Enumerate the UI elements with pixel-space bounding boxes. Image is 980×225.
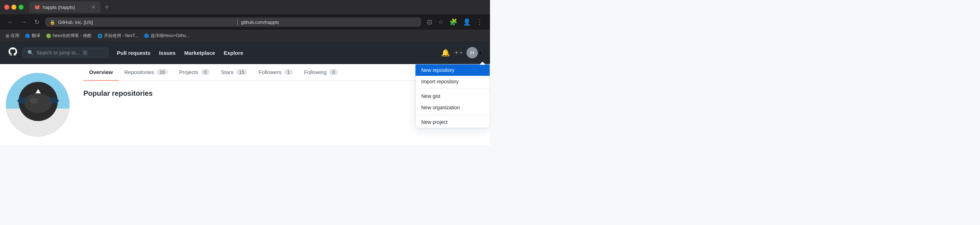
- tab-following-label: Following: [304, 69, 326, 75]
- tab-overview-label: Overview: [89, 69, 113, 75]
- bookmark-hexo-blog[interactable]: 🟢 hexo你的博客 - 推酷: [46, 33, 92, 39]
- search-bar[interactable]: 🔍 Search or jump to... /: [23, 48, 108, 58]
- tab-projects-label: Projects: [179, 69, 199, 75]
- next-start-icon: 🌐: [97, 33, 103, 38]
- bookmark-hexo-github-label: 超详细Hexo+Githu...: [151, 33, 190, 39]
- forward-button[interactable]: →: [19, 17, 29, 27]
- plus-icon: +: [454, 49, 459, 57]
- tab-stars-label: Stars: [221, 69, 234, 75]
- bookmark-translate[interactable]: 🔵 翻译: [25, 33, 40, 39]
- tab-close-icon[interactable]: ✕: [91, 4, 95, 10]
- tab-followers[interactable]: Followers 1: [253, 64, 298, 81]
- repositories-count: 16: [157, 69, 167, 75]
- nav-pull-requests[interactable]: Pull requests: [117, 50, 150, 56]
- tab-stars[interactable]: Stars 15: [215, 64, 253, 81]
- main-nav: Pull requests Issues Marketplace Explore: [117, 50, 243, 56]
- bookmark-icon[interactable]: ☆: [436, 17, 445, 27]
- tab-bar: 🐙 happts (happts) ✕ +: [29, 2, 486, 13]
- tab-projects[interactable]: Projects 0: [173, 64, 215, 81]
- window-controls: [4, 5, 24, 10]
- profile-avatar: [6, 73, 70, 137]
- address-input-container[interactable]: 🔒 GitHub, Inc. [US] | github.com/happts: [45, 17, 421, 27]
- bookmark-translate-label: 翻译: [32, 33, 40, 39]
- svg-point-5: [25, 93, 52, 113]
- search-placeholder: Search or jump to...: [37, 50, 80, 55]
- lock-icon: 🔒: [49, 20, 55, 25]
- bookmark-apps[interactable]: ⊞ 应用: [6, 33, 19, 39]
- avatar-chevron-icon: ▾: [479, 50, 482, 55]
- minimize-button[interactable]: [11, 5, 16, 10]
- bookmark-hexo-github[interactable]: 🔵 超详细Hexo+Githu...: [144, 33, 190, 39]
- browser-toolbar-right: ⊟ ☆ 🧩 👤 ⋮: [425, 17, 484, 27]
- new-gist-item[interactable]: New gist: [415, 90, 490, 102]
- profile-sidebar: [0, 64, 75, 145]
- user-avatar: H: [466, 47, 478, 59]
- back-button[interactable]: ←: [6, 17, 15, 27]
- menu-icon[interactable]: ⋮: [475, 17, 484, 27]
- user-menu-button[interactable]: H ▾: [466, 47, 482, 59]
- create-dropdown-menu: New repository Import repository New gis…: [415, 64, 490, 128]
- github-header: 🔍 Search or jump to... / Pull requests I…: [0, 41, 490, 64]
- stars-count: 15: [236, 69, 247, 75]
- address-url: github.com/happts: [241, 20, 417, 25]
- projects-count: 0: [201, 69, 210, 75]
- dropdown-divider-1: [415, 89, 490, 89]
- bookmarks-bar: ⊞ 应用 🔵 翻译 🟢 hexo你的博客 - 推酷 🌐 开始使用 - NexT.…: [0, 30, 490, 41]
- reload-button[interactable]: ↻: [33, 17, 41, 27]
- new-project-item[interactable]: New project: [415, 116, 490, 128]
- maximize-button[interactable]: [19, 5, 24, 10]
- new-organization-item[interactable]: New organization: [415, 102, 490, 113]
- import-repository-item[interactable]: Import repository: [415, 76, 490, 87]
- tab-following[interactable]: Following 0: [298, 64, 344, 81]
- new-tab-button[interactable]: +: [102, 3, 112, 11]
- hexo-github-icon: 🔵: [144, 33, 149, 38]
- nav-marketplace[interactable]: Marketplace: [184, 50, 215, 56]
- address-bar: ← → ↻ 🔒 GitHub, Inc. [US] | github.com/h…: [0, 14, 490, 30]
- dropdown-arrow-inner: [480, 62, 485, 65]
- notifications-button[interactable]: 🔔: [441, 48, 450, 57]
- bookmark-apps-label: 应用: [11, 33, 19, 39]
- followers-count: 1: [285, 69, 293, 75]
- bookmark-hexo-blog-label: hexo你的博客 - 推酷: [53, 33, 92, 39]
- tab-repositories-label: Repositories: [124, 69, 154, 75]
- tab-favicon: 🐙: [34, 4, 40, 10]
- bookmark-next-start[interactable]: 🌐 开始使用 - NexT...: [97, 33, 138, 39]
- tab-title: happts (happts): [43, 5, 88, 10]
- tab-overview[interactable]: Overview: [83, 64, 119, 81]
- profile-sync-icon[interactable]: 👤: [461, 17, 472, 27]
- nav-explore[interactable]: Explore: [224, 50, 243, 56]
- following-count: 0: [329, 69, 337, 75]
- chevron-down-icon: ▾: [460, 50, 462, 55]
- apps-icon: ⊞: [6, 33, 9, 38]
- create-menu-button[interactable]: + ▾: [454, 49, 462, 57]
- active-tab[interactable]: 🐙 happts (happts) ✕: [29, 2, 100, 13]
- tab-repositories[interactable]: Repositories 16: [119, 64, 173, 81]
- address-separator: |: [237, 19, 238, 25]
- translate-icon[interactable]: ⊟: [425, 17, 434, 27]
- svg-point-6: [30, 98, 38, 104]
- github-logo[interactable]: [8, 47, 17, 59]
- hexo-blog-icon: 🟢: [46, 33, 51, 38]
- header-right: 🔔 + ▾ H ▾: [441, 47, 482, 59]
- search-icon: 🔍: [27, 50, 33, 55]
- translate-bm-icon: 🔵: [25, 33, 30, 38]
- address-security: GitHub, Inc. [US]: [58, 20, 234, 25]
- extensions-icon[interactable]: 🧩: [448, 17, 459, 27]
- nav-issues[interactable]: Issues: [159, 50, 176, 56]
- bookmark-next-start-label: 开始使用 - NexT...: [104, 33, 138, 39]
- close-button[interactable]: [4, 5, 9, 10]
- dropdown-divider-2: [415, 115, 490, 115]
- search-shortcut-badge: /: [83, 50, 87, 55]
- new-repository-item[interactable]: New repository: [415, 65, 490, 76]
- tab-followers-label: Followers: [258, 69, 281, 75]
